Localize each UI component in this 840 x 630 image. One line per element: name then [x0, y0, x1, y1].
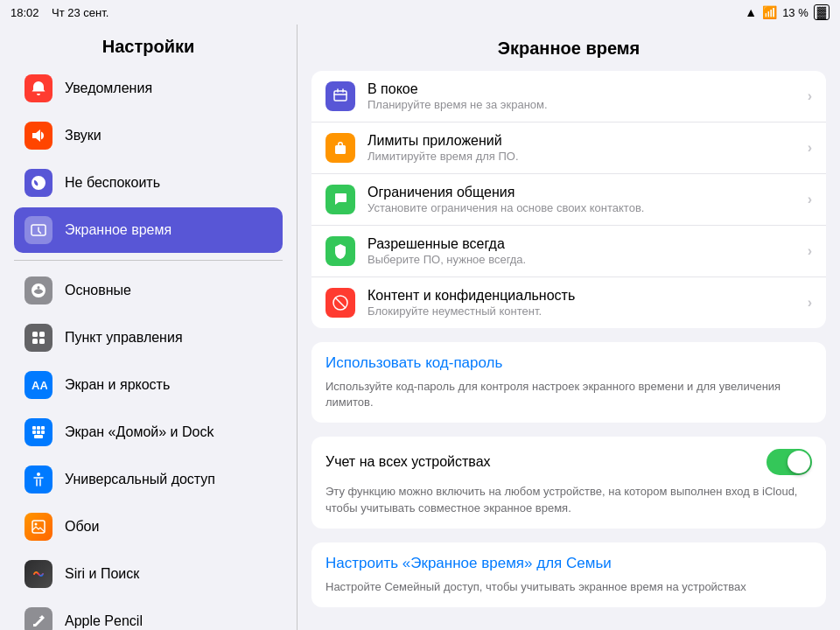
toggle-section: Учет на всех устройствах Эту функцию мож…	[312, 437, 826, 528]
sidebar-item-pencil[interactable]: Apple Pencil	[14, 598, 283, 630]
svg-rect-3	[32, 339, 38, 344]
contentprivacy-subtitle: Блокируйте неуместный контент.	[368, 304, 795, 318]
applimits-chevron: ›	[808, 140, 812, 156]
toggle-knob	[788, 451, 810, 473]
battery-level: 13 %	[782, 6, 808, 19]
contentprivacy-row[interactable]: Контент и конфиденциальность Блокируйте …	[312, 277, 826, 328]
applimits-title: Лимиты приложений	[368, 133, 795, 149]
alwaysallowed-title: Разрешенные всегда	[368, 236, 795, 252]
screentime-icon	[24, 216, 52, 244]
all-devices-description: Эту функцию можно включить на любом устр…	[326, 484, 812, 515]
svg-rect-7	[37, 426, 40, 430]
svg-rect-10	[37, 430, 40, 434]
sidebar-item-dnd-label: Не беспокоить	[65, 175, 160, 191]
svg-rect-9	[32, 430, 36, 434]
all-devices-row: Учет на всех устройствах	[326, 449, 812, 475]
accessibility-icon	[24, 466, 52, 494]
downtime-icon	[326, 81, 355, 111]
sidebar-item-wallpaper-label: Обои	[65, 519, 99, 535]
svg-rect-1	[32, 332, 38, 337]
applimits-icon	[326, 133, 355, 163]
svg-rect-6	[32, 426, 36, 430]
wifi-icon: ▲	[745, 5, 757, 19]
main-container: Настройки Уведомления Звуки	[0, 24, 840, 630]
downtime-title: В покое	[368, 81, 795, 97]
right-panel-title: Экранное время	[312, 38, 826, 71]
right-panel: Экранное время В покое Планируйте время …	[298, 24, 840, 630]
downtime-subtitle: Планируйте время не за экраном.	[368, 98, 795, 111]
pencil-icon	[24, 607, 52, 630]
sidebar-item-display[interactable]: AA Экран и яркость	[14, 362, 283, 408]
alwaysallowed-chevron: ›	[808, 243, 812, 259]
applimits-text: Лимиты приложений Лимитируйте время для …	[368, 133, 795, 163]
siri-icon	[24, 560, 52, 588]
svg-rect-4	[39, 339, 45, 344]
downtime-row[interactable]: В покое Планируйте время не за экраном. …	[312, 71, 826, 122]
sidebar-item-dnd[interactable]: Не беспокоить	[14, 160, 283, 206]
sidebar-item-accessibility[interactable]: Универсальный доступ	[14, 457, 283, 502]
svg-rect-12	[34, 435, 43, 438]
passcode-link[interactable]: Использовать код-пароль	[326, 354, 812, 372]
svg-text:AA: AA	[32, 379, 47, 392]
family-section: Настроить «Экранное время» для Семьи Нас…	[312, 542, 826, 607]
sidebar: Настройки Уведомления Звуки	[0, 24, 298, 630]
communication-row[interactable]: Ограничения общения Установите ограничен…	[312, 174, 826, 226]
battery-icon: ▓	[814, 4, 830, 20]
applimits-subtitle: Лимитируйте время для ПО.	[368, 150, 795, 163]
sidebar-divider-1	[14, 260, 283, 261]
status-indicators: ▲ 📶 13 % ▓	[745, 4, 830, 20]
contentprivacy-text: Контент и конфиденциальность Блокируйте …	[368, 288, 795, 318]
sidebar-item-notifications[interactable]: Уведомления	[14, 66, 283, 111]
sidebar-item-screentime[interactable]: Экранное время	[14, 207, 283, 253]
dnd-icon	[24, 169, 52, 197]
alwaysallowed-text: Разрешенные всегда Выберите ПО, нужное в…	[368, 236, 795, 266]
status-time-date: 18:02 Чт 23 сент.	[10, 6, 108, 19]
alwaysallowed-row[interactable]: Разрешенные всегда Выберите ПО, нужное в…	[312, 226, 826, 277]
svg-rect-11	[41, 430, 45, 434]
sidebar-item-controlcenter[interactable]: Пункт управления	[14, 315, 283, 360]
sidebar-item-general[interactable]: Основные	[14, 268, 283, 313]
status-time: 18:02	[10, 6, 39, 19]
downtime-text: В покое Планируйте время не за экраном.	[368, 81, 795, 111]
downtime-chevron: ›	[808, 88, 812, 104]
contentprivacy-title: Контент и конфиденциальность	[368, 288, 795, 304]
controlcenter-icon	[24, 324, 52, 352]
notifications-icon	[24, 74, 52, 102]
sidebar-item-sounds-label: Звуки	[65, 128, 102, 144]
svg-rect-21	[334, 91, 346, 101]
sidebar-item-screentime-label: Экранное время	[65, 222, 172, 238]
sidebar-item-accessibility-label: Универсальный доступ	[65, 472, 215, 487]
passcode-section: Использовать код-пароль Используйте код-…	[312, 342, 826, 423]
passcode-description: Используйте код-пароль для контроля наст…	[326, 379, 812, 410]
svg-rect-14	[32, 521, 45, 533]
communication-chevron: ›	[808, 192, 812, 207]
sidebar-item-general-label: Основные	[65, 283, 131, 298]
sidebar-item-homescreen-label: Экран «Домой» и Dock	[65, 424, 214, 440]
sidebar-item-pencil-label: Apple Pencil	[65, 613, 143, 629]
status-bar: 18:02 Чт 23 сент. ▲ 📶 13 % ▓	[0, 0, 840, 24]
sidebar-item-wallpaper[interactable]: Обои	[14, 504, 283, 550]
communication-title: Ограничения общения	[368, 185, 795, 200]
sidebar-item-notifications-label: Уведомления	[65, 80, 152, 96]
applimits-row[interactable]: Лимиты приложений Лимитируйте время для …	[312, 122, 826, 174]
sidebar-item-siri[interactable]: Siri и Поиск	[14, 551, 283, 597]
svg-point-13	[37, 472, 40, 476]
alwaysallowed-subtitle: Выберите ПО, нужное всегда.	[368, 253, 795, 266]
svg-rect-2	[39, 332, 45, 337]
sidebar-list: Уведомления Звуки Не беспокоить	[0, 66, 297, 630]
sidebar-item-display-label: Экран и яркость	[65, 377, 170, 393]
alwaysallowed-icon	[326, 236, 355, 266]
communication-subtitle: Установите ограничения на основе своих к…	[368, 201, 795, 214]
family-link[interactable]: Настроить «Экранное время» для Семьи	[326, 555, 812, 572]
all-devices-label: Учет на всех устройствах	[326, 454, 491, 470]
all-devices-toggle[interactable]	[766, 449, 812, 475]
contentprivacy-chevron: ›	[808, 295, 812, 311]
status-date: Чт 23 сент.	[52, 6, 108, 19]
homescreen-icon	[24, 418, 52, 446]
sidebar-title: Настройки	[0, 24, 297, 66]
sidebar-item-siri-label: Siri и Поиск	[65, 566, 139, 582]
signal-icon: 📶	[762, 5, 777, 19]
sidebar-item-homescreen[interactable]: Экран «Домой» и Dock	[14, 410, 283, 455]
communication-text: Ограничения общения Установите ограничен…	[368, 185, 795, 214]
sidebar-item-sounds[interactable]: Звуки	[14, 113, 283, 158]
